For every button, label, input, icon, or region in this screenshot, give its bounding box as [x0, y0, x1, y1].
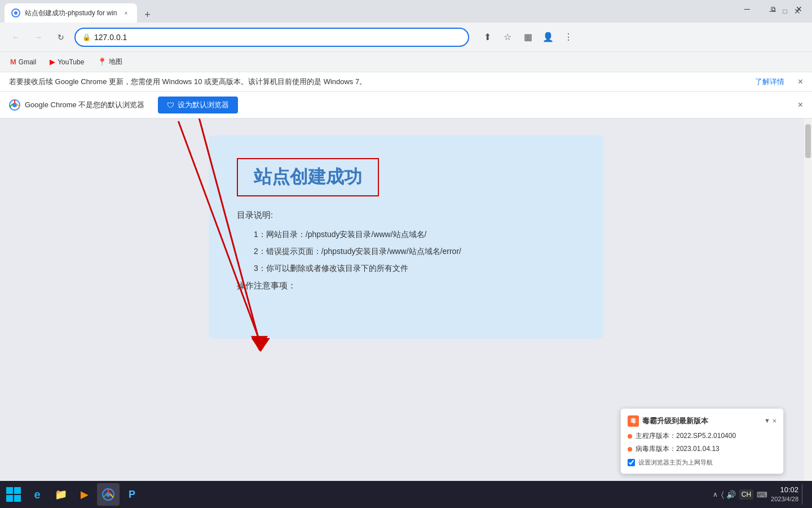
bookmark-button[interactable]: ☆: [498, 28, 517, 46]
page-title: 站点创建成功: [254, 167, 362, 187]
share-icon: ⬆: [484, 32, 491, 42]
bookmark-gmail[interactable]: M Gmail: [7, 55, 39, 68]
media-icon: ▶: [81, 488, 89, 501]
language-indicator[interactable]: CH: [739, 489, 753, 500]
new-tab-button[interactable]: +: [139, 7, 155, 23]
tab-close-button[interactable]: ×: [121, 8, 130, 17]
media-taskbar-button[interactable]: ▶: [73, 483, 96, 506]
refresh-button[interactable]: ↻: [52, 28, 70, 46]
profile-button[interactable]: 👤: [539, 28, 557, 46]
start-button[interactable]: [2, 483, 25, 506]
chrome-taskbar-icon: [102, 488, 114, 501]
active-tab[interactable]: 站点创建成功-phpstudy for win ×: [5, 3, 137, 23]
notification-item2-row: 病毒库版本：2023.01.04.13: [628, 444, 776, 454]
svg-rect-11: [14, 487, 21, 494]
address-bar[interactable]: 🔒: [74, 28, 469, 47]
ie-taskbar-button[interactable]: e: [26, 483, 48, 506]
potplayer-taskbar-button[interactable]: P: [121, 483, 143, 506]
notification-checkbox-row: 设置浏览器主页为上网导航: [628, 458, 776, 467]
tray-expand-button[interactable]: ∧: [713, 491, 718, 498]
page-card: 站点创建成功 目录说明: 1：网站目录：/phpstudy安装目录/www/站点…: [209, 135, 603, 339]
nav-right-buttons: ⬆ ☆ ▦ 👤 ⋮: [478, 28, 577, 46]
update-info-text: 若要接收后续 Google Chrome 更新，您需使用 Windows 10 …: [9, 77, 367, 87]
page-wrapper: 站点创建成功 目录说明: 1：网站目录：/phpstudy安装目录/www/站点…: [0, 119, 812, 356]
notification-close-btn[interactable]: ×: [773, 417, 776, 425]
back-button[interactable]: ←: [7, 28, 25, 46]
success-title-box: 站点创建成功: [237, 158, 379, 196]
back-icon: ←: [12, 33, 20, 42]
win-control-minimize[interactable]: ─: [734, 0, 760, 18]
notification-header-row: 毒 毒霸升级到最新版本 ▼ ×: [628, 415, 776, 427]
clock-area[interactable]: 10:02 2023/4/28: [771, 485, 798, 503]
svg-rect-12: [6, 495, 13, 502]
tray-area: 〈 🔊: [721, 490, 736, 500]
volume-icon: 🔊: [726, 490, 736, 499]
svg-point-15: [106, 492, 111, 497]
folder-icon: 📁: [55, 488, 67, 501]
bookmark-gmail-label: Gmail: [19, 58, 36, 66]
bullet-icon-1: [628, 434, 632, 439]
svg-rect-10: [6, 487, 13, 494]
antivirus-icon: 毒: [628, 415, 639, 427]
svg-rect-13: [14, 495, 21, 502]
page-item-2: 2：错误提示页面：/phpstudy安装目录/www/站点域名/error/: [237, 247, 575, 257]
homepage-checkbox[interactable]: [628, 459, 635, 466]
svg-point-1: [14, 11, 17, 15]
time-display: 10:02: [771, 485, 798, 495]
tab-strip: 站点创建成功-phpstudy for win × +: [5, 0, 765, 23]
profile-icon: 👤: [542, 32, 554, 42]
network-icon: 〈: [721, 490, 724, 500]
maps-icon: 📍: [98, 58, 107, 66]
notification-minimize-btn[interactable]: ▼: [764, 417, 770, 425]
sidebar-button[interactable]: ▦: [519, 28, 537, 46]
lock-icon: 🔒: [82, 33, 91, 41]
bookmark-maps[interactable]: 📍 地图: [94, 55, 126, 69]
chrome-window: 站点创建成功-phpstudy for win × + ─ □ ✕ ─ ⧉ ✕ …: [0, 0, 812, 508]
set-default-label: 设为默认浏览器: [178, 100, 229, 110]
antivirus-notification: 毒 毒霸升级到最新版本 ▼ × 主程序版本：2022.SP5.2.010400 …: [620, 408, 784, 474]
forward-button[interactable]: →: [29, 28, 47, 46]
keyboard-icon: ⌨: [757, 491, 767, 499]
homepage-label: 设置浏览器主页为上网导航: [638, 458, 713, 467]
win-control-restore[interactable]: ⧉: [760, 0, 786, 18]
url-input[interactable]: [94, 33, 461, 42]
set-default-button[interactable]: 🛡 设为默认浏览器: [158, 97, 238, 113]
taskbar-right: ∧ 〈 🔊 CH ⌨ 10:02 2023/4/28: [713, 484, 810, 505]
windows-logo-icon: [6, 487, 21, 502]
update-info-bar: 若要接收后续 Google Chrome 更新，您需使用 Windows 10 …: [0, 72, 812, 92]
show-desktop-button[interactable]: [802, 484, 805, 505]
chrome-taskbar-button[interactable]: [97, 483, 120, 506]
page-item-3: 3：你可以删除或者修改该目录下的所有文件: [237, 264, 575, 274]
scrollbar-thumb[interactable]: [805, 124, 811, 158]
refresh-icon: ↻: [58, 33, 64, 42]
ie-icon: e: [34, 488, 40, 501]
nav-bar: ← → ↻ 🔒 ⬆ ☆ ▦ 👤 ⋮: [0, 23, 812, 52]
menu-button[interactable]: ⋮: [559, 28, 577, 46]
shield-icon: 🛡: [167, 101, 174, 110]
bookmark-maps-label: 地图: [109, 57, 122, 67]
default-bar-close[interactable]: ×: [798, 100, 803, 110]
scrollbar[interactable]: [804, 119, 812, 481]
more-icon: ⋮: [564, 32, 573, 42]
date-display: 2023/4/28: [771, 495, 798, 503]
page-item-1: 1：网站目录：/phpstudy安装目录/www/站点域名/: [237, 230, 575, 240]
notification-item1: 主程序版本：2022.SP5.2.010400: [636, 431, 736, 441]
dir-title: 目录说明:: [237, 210, 575, 221]
explorer-taskbar-button[interactable]: 📁: [50, 483, 72, 506]
learn-more-link[interactable]: 了解详情: [755, 77, 784, 87]
forward-icon: →: [34, 33, 42, 42]
notification-title: 毒霸升级到最新版本: [642, 416, 708, 426]
notification-item1-row: 主程序版本：2022.SP5.2.010400: [628, 431, 776, 441]
ops-title: 操作注意事项：: [237, 281, 575, 291]
youtube-icon: ▶: [50, 58, 55, 66]
bookmark-youtube-label: YouTube: [58, 58, 84, 66]
update-bar-close[interactable]: ×: [798, 77, 803, 87]
default-browser-bar: Google Chrome 不是您的默认浏览器 🛡 设为默认浏览器 ×: [0, 92, 812, 119]
win-control-close[interactable]: ✕: [786, 0, 812, 18]
svg-point-3: [12, 103, 17, 107]
share-button[interactable]: ⬆: [478, 28, 496, 46]
title-bar: 站点创建成功-phpstudy for win × + ─ □ ✕ ─ ⧉ ✕: [0, 0, 812, 23]
bookmark-youtube[interactable]: ▶ YouTube: [46, 55, 87, 68]
lang-label: CH: [742, 491, 751, 498]
gmail-icon: M: [10, 58, 16, 66]
